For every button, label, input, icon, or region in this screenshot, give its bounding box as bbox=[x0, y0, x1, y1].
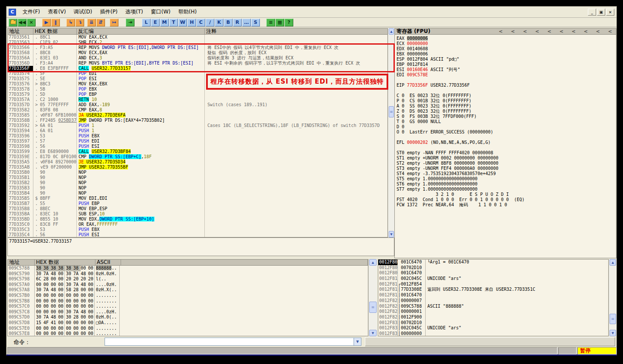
disasm-row[interactable]: 77D33579.5DPOP EBP bbox=[8, 92, 387, 97]
disasm-row[interactable]: 77D3357A.C2 1000RETN 10 bbox=[8, 97, 387, 102]
register-line[interactable]: EBX 00000006 bbox=[395, 52, 616, 57]
register-line[interactable]: EDX 00140608 bbox=[395, 46, 616, 52]
stack-scrollbar[interactable]: ▲ ≡ ▼ bbox=[609, 259, 616, 336]
help-button[interactable]: ? bbox=[285, 19, 293, 26]
register-line[interactable]: T 0 GS 0000 NULL bbox=[395, 119, 616, 124]
register-line[interactable]: S 0 FS 003B 32位 7FFDF000(FFF) bbox=[395, 114, 616, 119]
step-over-button[interactable]: ↴ bbox=[75, 19, 84, 26]
disasm-row[interactable]: 77D33578.5BPOP EBX bbox=[8, 87, 387, 92]
minimize-button[interactable]: _ bbox=[588, 9, 596, 16]
dump-row[interactable]: 009C57D8154F410000000000□OA..... bbox=[8, 320, 368, 326]
dump-row[interactable]: 009C57883838383838380000888888.. bbox=[8, 266, 368, 271]
dump-row[interactable]: 009C57C800000000307A4800....0zH. bbox=[8, 309, 368, 315]
run-button[interactable]: ▶ bbox=[42, 19, 51, 26]
dump-row[interactable]: 009C57B00000000000000000........ bbox=[8, 293, 368, 299]
menu-item-5[interactable]: 窗口(W) bbox=[147, 6, 174, 17]
breakpoints-button[interactable]: B bbox=[224, 19, 233, 26]
cpu-window-button[interactable]: C bbox=[197, 19, 205, 26]
register-line[interactable]: FCW 1372 Prec NEAR,64 掩码 1 1 0 0 1 0 bbox=[395, 202, 616, 208]
register-line[interactable]: A 0 SS 0023 32位 0(FFFFFFFF) bbox=[395, 104, 616, 109]
collapse-mark-icon[interactable]: < bbox=[531, 29, 543, 34]
dump-row[interactable]: 009C57C00000000000000000........ bbox=[8, 304, 368, 309]
stack-row[interactable]: 0012F818│77D3308E返回到 USER32.77D3308E 来自 … bbox=[378, 287, 608, 292]
register-line[interactable]: FST 4020 Cond 1 0 0 0 Err 0 0 1 0 0 0 0 … bbox=[395, 197, 616, 202]
menu-item-1[interactable]: 查看(V) bbox=[44, 6, 70, 17]
references-button[interactable]: R bbox=[233, 19, 242, 26]
register-line[interactable]: EIP 77D3356F USER32.77D3356F bbox=[395, 83, 616, 88]
disassembly-scrollbar[interactable]: ▲ ≡ ▼ bbox=[388, 28, 394, 237]
disasm-row[interactable]: 77D33575.5EPOP ESI bbox=[8, 76, 387, 81]
dump-row[interactable]: 009C57B80000000000000000........ bbox=[8, 299, 368, 304]
appearance-button[interactable]: ▦ bbox=[275, 19, 284, 26]
scroll-down-icon[interactable]: ▼ bbox=[389, 231, 394, 237]
register-line[interactable]: D 0 bbox=[395, 124, 616, 130]
dump-row[interactable]: 009C57E80000000000000000........ bbox=[8, 331, 368, 336]
register-line[interactable] bbox=[395, 88, 616, 93]
menu-item-4[interactable]: 选项(T) bbox=[121, 6, 147, 17]
disasm-row[interactable]: 77D33594.6A 01PUSH 1 bbox=[8, 128, 387, 133]
stack-row[interactable]: 0012F834│002C045CUNICODE "ars" bbox=[378, 325, 608, 331]
disasm-row[interactable]: 77D33566.F3:A5REP MOVS DWORD PTR ES:[EDI… bbox=[8, 45, 387, 50]
collapse-mark-icon[interactable]: < bbox=[604, 29, 616, 34]
disasm-row[interactable]: 77D3356F.E8 E3FBFFFFCALL USER32.77D33157 bbox=[8, 66, 387, 71]
register-line[interactable]: Z 0 DS 0023 32位 0(FFFFFFFF) bbox=[395, 109, 616, 114]
register-line[interactable] bbox=[395, 135, 616, 140]
dump-scrollbar[interactable]: ▲ ≡ ▼ bbox=[368, 259, 377, 336]
register-line[interactable]: ST5 empty 1.0000000000000000000 bbox=[395, 176, 616, 182]
stack-row[interactable]: 0012F828│00000001 bbox=[378, 309, 608, 315]
handles-button[interactable]: H bbox=[187, 19, 196, 26]
patches-button[interactable]: / bbox=[206, 19, 214, 26]
disasm-row[interactable]: 77D33585. v0F87 6FB10000JA USER32.77D3E6… bbox=[8, 113, 387, 118]
call-stack-button[interactable]: K bbox=[215, 19, 223, 26]
disasm-row[interactable]: 77D3358B.FF2485 025BD377JMP DWORD PTR DS… bbox=[8, 118, 387, 123]
register-line[interactable]: C 0 ES 0023 32位 0(FFFFFFFF) bbox=[395, 93, 616, 98]
close-button[interactable]: × bbox=[606, 9, 614, 16]
register-line[interactable]: ESP 0012F804 ASCII "pd□" bbox=[395, 57, 616, 62]
register-line[interactable] bbox=[395, 78, 616, 83]
menu-item-3[interactable]: 插件(P) bbox=[96, 6, 121, 17]
animate-over-button[interactable]: ⇵ bbox=[96, 19, 105, 26]
menu-item-0[interactable]: 文件(F) bbox=[19, 6, 44, 17]
disasm-row[interactable]: 77D335BD.8B55 10MOV EDX,DWORD PTR SS:[EB… bbox=[8, 217, 387, 222]
disasm-row[interactable]: 77D335BA.83EC 10SUB ESP,10 bbox=[8, 211, 387, 217]
disasm-row[interactable]: 77D335B190NOP bbox=[8, 175, 387, 180]
log-window-button[interactable]: L bbox=[142, 19, 151, 26]
disasm-row[interactable]: 77D33576>8BC3MOV EAX,EBX bbox=[8, 81, 387, 87]
run-trace-button[interactable]: … bbox=[242, 19, 251, 26]
restore-button[interactable]: ▣ bbox=[597, 9, 605, 16]
disasm-row[interactable]: 77D3357D>05 77FEFFFFADD EAX,-189Switch (… bbox=[8, 102, 387, 107]
disasm-row[interactable]: 77D33597.57PUSH EDI bbox=[8, 139, 387, 144]
disasm-row[interactable]: 77D335AB. vE9 0F200000JMP USER32.77D355B… bbox=[8, 165, 387, 170]
menu-item-2[interactable]: 调试(D) bbox=[70, 6, 96, 17]
register-line[interactable]: ST0 empty -NAN FFFF FFFF4020 00000008 bbox=[395, 150, 616, 156]
register-line[interactable]: ST2 empty -UNORM 8BF8 00000000 00000000 bbox=[395, 161, 616, 166]
register-line[interactable]: ST1 empty +UNORM 0002 00000000 00000000 bbox=[395, 156, 616, 161]
disasm-row[interactable]: 77D33598.56PUSH ESI bbox=[8, 144, 387, 149]
collapse-mark-icon[interactable]: < bbox=[567, 29, 580, 34]
stack-row[interactable]: 0012F810002C045CUNICODE "ars" bbox=[378, 276, 608, 282]
register-line[interactable]: ST4 empty -3.7535192304376830570e+4259 bbox=[395, 171, 616, 176]
collapse-mark-icon[interactable]: < bbox=[555, 29, 567, 34]
memory-map-button[interactable]: M bbox=[160, 19, 169, 26]
dump-row[interactable]: 009C57986C28000020202020l(.. bbox=[8, 276, 368, 282]
disasm-row[interactable]: 77D33574.5FPOP EDI bbox=[8, 71, 387, 76]
stack-row[interactable]: 0012F82C│0012F900 bbox=[378, 315, 608, 320]
disasm-row[interactable]: 77D33596.53PUSH EBX bbox=[8, 133, 387, 139]
disasm-row[interactable]: 77D3359E.817D 0C 8F010000CMP DWORD PTR S… bbox=[8, 154, 387, 159]
pause-button[interactable]: ‖ bbox=[51, 19, 60, 26]
scroll-down-icon[interactable]: ▼ bbox=[369, 330, 377, 336]
register-line[interactable]: ESI 00160E46 ASCII "列号" bbox=[395, 67, 616, 72]
options-button[interactable]: ≡ bbox=[266, 19, 275, 26]
open-file-button[interactable] bbox=[9, 19, 17, 26]
dropdown-arrow-icon[interactable]: ▼ bbox=[354, 338, 361, 345]
disasm-row[interactable]: 77D335B290NOP bbox=[8, 180, 387, 185]
scroll-thumb[interactable]: ≡ bbox=[610, 314, 616, 324]
executables-button[interactable]: E bbox=[151, 19, 160, 26]
windows-button[interactable]: W bbox=[178, 19, 187, 26]
stack-row[interactable]: 0012F80800702D10 bbox=[378, 265, 608, 271]
collapse-mark-icon[interactable]: < bbox=[580, 29, 592, 34]
scroll-thumb[interactable]: ≡ bbox=[369, 302, 377, 313]
scroll-up-icon[interactable]: ▲ bbox=[369, 259, 377, 266]
menu-item-6[interactable]: 帮助(H) bbox=[174, 6, 200, 17]
source-button[interactable]: S bbox=[251, 19, 260, 26]
